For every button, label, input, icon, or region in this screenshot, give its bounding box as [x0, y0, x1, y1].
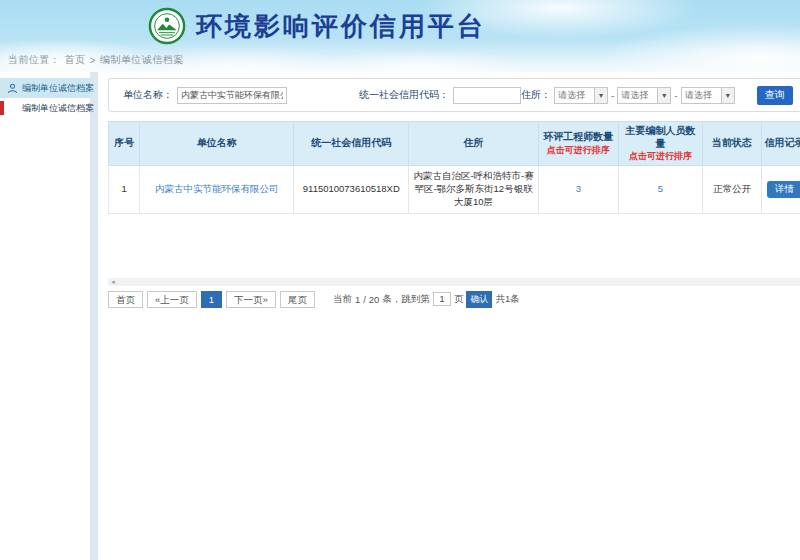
address-city-select[interactable]: 请选择 ▾ [617, 87, 671, 104]
platform-logo-icon [148, 7, 186, 45]
pagination-info: 当前 1 / 20 条，跳到第 页 确认 共1条 [333, 291, 520, 308]
col-staff-count-sort[interactable]: 主要编制人员数量 点击可进行排序 [619, 122, 703, 166]
address-province-select[interactable]: 请选择 ▾ [554, 87, 608, 104]
page: 环境影响评价信用平台 当前位置： 首页 > 编制单位诚信档案 编制单位诚信档案 [0, 0, 800, 560]
sidebar-item-label: 编制单位诚信档案 [22, 102, 94, 115]
pagination-jump-input[interactable] [433, 292, 451, 306]
col-status: 当前状态 [702, 122, 761, 166]
col-engineer-count-sort[interactable]: 环评工程师数量 点击可进行排序 [538, 122, 618, 166]
sidebar-group-credit-archive[interactable]: 编制单位诚信档案 [0, 78, 90, 98]
staff-count-link[interactable]: 5 [658, 183, 663, 194]
chevron-down-icon: ▾ [721, 88, 734, 103]
pagination-next-button[interactable]: 下一页» [226, 291, 276, 308]
engineer-count-link[interactable]: 3 [576, 183, 581, 194]
detail-button[interactable]: 详情 [767, 181, 800, 198]
search-button[interactable]: 查询 [757, 86, 793, 105]
pagination-first-button[interactable]: 首页 [108, 291, 143, 308]
col-engineer-count-label: 环评工程师数量 [543, 131, 613, 142]
row-index: 1 [109, 166, 140, 213]
credit-code-label: 统一社会信用代码： [359, 88, 449, 102]
pagination-current-value: 1 [355, 294, 360, 305]
pagination-current-label: 当前 [333, 293, 352, 306]
sidebar: 编制单位诚信档案 编制单位诚信档案 [0, 72, 90, 560]
filter-panel: 单位名称： 统一社会信用代码： 住所： 请选择 ▾ - 请选择 ▾ [108, 78, 800, 112]
address-district-value: 请选择 [682, 89, 721, 102]
address-separator-2: - [674, 90, 677, 101]
col-index: 序号 [109, 122, 140, 166]
breadcrumb-separator: > [90, 55, 96, 66]
chevron-down-icon: ▾ [594, 88, 607, 103]
layout: 编制单位诚信档案 编制单位诚信档案 单位名称： 统一社会信用代码： 住所： [0, 72, 800, 560]
address-separator-1: - [611, 90, 614, 101]
pagination-slash: / [363, 294, 366, 305]
pagination-jump-prefix: 条，跳到第 [382, 293, 430, 306]
sidebar-group-label: 编制单位诚信档案 [22, 82, 94, 95]
user-icon [7, 83, 18, 94]
staff-sort-hint: 点击可进行排序 [621, 151, 700, 162]
page-title: 环境影响评价信用平台 [196, 7, 486, 45]
breadcrumb-home-link[interactable]: 首页 [65, 53, 86, 67]
col-credit-code: 统一社会信用代码 [294, 122, 409, 166]
address-province-value: 请选择 [555, 89, 594, 102]
main-content: 单位名称： 统一社会信用代码： 住所： 请选择 ▾ - 请选择 ▾ [98, 72, 800, 560]
unit-name-link[interactable]: 内蒙古中实节能环保有限公司 [155, 183, 279, 194]
breadcrumb-current: 编制单位诚信档案 [100, 53, 184, 67]
address-label: 住所： [521, 88, 551, 102]
table-header-row: 序号 单位名称 统一社会信用代码 住所 环评工程师数量 点击可进行排序 主要编制… [109, 122, 800, 166]
unit-name-input[interactable] [177, 87, 287, 104]
pagination-total: 共1条 [495, 293, 519, 306]
credit-code-value: 9115010073610518XD [294, 166, 409, 213]
horizontal-scrollbar[interactable]: ◄ [108, 278, 800, 286]
col-unit-name: 单位名称 [140, 122, 294, 166]
active-indicator [7, 103, 18, 114]
credit-code-input[interactable] [453, 87, 521, 104]
address-city-value: 请选择 [618, 89, 657, 102]
pagination-jump-suffix: 页 [454, 293, 464, 306]
table-spacer [108, 214, 800, 278]
breadcrumb: 当前位置： 首页 > 编制单位诚信档案 [8, 53, 184, 67]
breadcrumb-prefix: 当前位置： [8, 53, 61, 67]
engineer-sort-hint: 点击可进行排序 [541, 145, 616, 156]
chevron-down-icon: ▾ [657, 88, 670, 103]
pagination-per-page: 20 [369, 294, 380, 305]
table-row: 1 内蒙古中实节能环保有限公司 9115010073610518XD 内蒙古自治… [109, 166, 800, 213]
col-staff-count-label: 主要编制人员数量 [625, 125, 695, 149]
sidebar-item-credit-archive[interactable]: 编制单位诚信档案 [0, 98, 90, 118]
pagination-prev-button[interactable]: «上一页 [147, 291, 197, 308]
brand: 环境影响评价信用平台 [148, 7, 486, 45]
col-address: 住所 [409, 122, 538, 166]
pagination: 首页 «上一页 1 下一页» 尾页 当前 1 / 20 条，跳到第 页 确认 共… [108, 291, 800, 308]
pagination-confirm-button[interactable]: 确认 [466, 291, 492, 308]
scroll-left-icon: ◄ [110, 279, 116, 285]
site-header: 环境影响评价信用平台 当前位置： 首页 > 编制单位诚信档案 [0, 0, 800, 72]
address-district-select[interactable]: 请选择 ▾ [681, 87, 735, 104]
pagination-last-button[interactable]: 尾页 [280, 291, 315, 308]
pagination-page-1-button[interactable]: 1 [201, 291, 222, 308]
unit-name-label: 单位名称： [123, 88, 173, 102]
results-table: 序号 单位名称 统一社会信用代码 住所 环评工程师数量 点击可进行排序 主要编制… [108, 121, 800, 214]
sidebar-divider-strip [90, 72, 98, 560]
col-credit-record: 信用记录 [762, 122, 800, 166]
status-value: 正常公开 [702, 166, 761, 213]
address-value: 内蒙古自治区-呼和浩特市-赛罕区-鄂尔多斯东街12号银联大厦10层 [409, 166, 538, 213]
